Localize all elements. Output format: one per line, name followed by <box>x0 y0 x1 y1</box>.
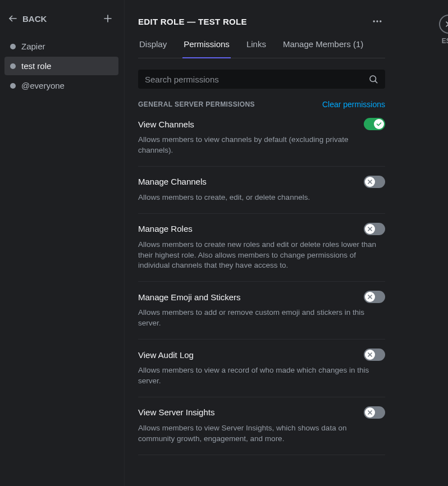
close-button[interactable] <box>439 15 448 34</box>
x-icon <box>367 409 373 416</box>
tab[interactable]: Manage Members (1) <box>282 39 364 58</box>
permission-row: Manage Emoji and Stickers Allows members… <box>138 282 385 340</box>
permission-description: Allows members to create new roles and e… <box>138 240 385 272</box>
search-permissions[interactable] <box>138 70 385 89</box>
permission-toggle[interactable] <box>364 223 385 235</box>
page-title: EDIT ROLE — TEST ROLE <box>138 17 247 26</box>
sidebar-header: BACK <box>4 11 118 37</box>
toggle-knob <box>365 292 375 302</box>
permission-description: Allows members to add or remove custom e… <box>138 308 385 329</box>
permission-toggle[interactable] <box>364 349 385 361</box>
more-button[interactable] <box>369 13 385 29</box>
permission-header: Manage Channels <box>138 176 385 188</box>
permission-description: Allows members to view a record of who m… <box>138 365 385 387</box>
close-panel: ESC <box>410 15 448 45</box>
role-label: Zapier <box>21 42 45 51</box>
role-list: Zapier test role @everyone <box>4 37 118 95</box>
permission-row: Manage Channels Allows members to create… <box>138 167 385 214</box>
toggle-knob <box>365 350 375 360</box>
arrow-left-icon <box>8 13 18 24</box>
tab[interactable]: Permissions <box>182 39 231 58</box>
permission-title: Manage Roles <box>138 224 193 233</box>
right-gutter: ESC <box>399 0 448 486</box>
permission-toggle[interactable] <box>364 118 385 130</box>
role-label: @everyone <box>21 81 65 90</box>
permission-toggle[interactable] <box>364 291 385 303</box>
permissions-list: View Channels Allows members to view cha… <box>138 118 385 455</box>
role-label: test role <box>21 61 51 71</box>
x-icon <box>367 351 373 358</box>
permission-header: Manage Roles <box>138 223 385 235</box>
main-panel: EDIT ROLE — TEST ROLE DisplayPermissions… <box>125 0 399 486</box>
role-color-dot <box>10 44 16 49</box>
permission-toggle[interactable] <box>364 176 385 188</box>
permission-description: Allows members to view channels by defau… <box>138 135 385 156</box>
role-color-dot <box>10 83 16 89</box>
role-color-dot <box>10 63 16 69</box>
x-icon <box>367 294 373 300</box>
toggle-knob <box>374 119 384 129</box>
permission-row: View Audit Log Allows members to view a … <box>138 340 385 397</box>
role-item[interactable]: test role <box>4 57 118 75</box>
x-icon <box>367 226 373 232</box>
permission-description: Allows members to create, edit, or delet… <box>138 192 385 203</box>
back-button[interactable]: BACK <box>8 13 47 24</box>
toggle-knob <box>365 407 375 418</box>
toggle-knob <box>365 224 375 234</box>
esc-label: ESC <box>442 37 448 45</box>
permission-title: View Server Insights <box>138 407 214 417</box>
svg-point-4 <box>376 20 378 22</box>
clear-permissions-link[interactable]: Clear permissions <box>322 100 385 109</box>
tab[interactable]: Display <box>138 39 168 58</box>
permission-title: View Channels <box>138 120 194 129</box>
back-label: BACK <box>22 14 47 24</box>
permission-title: Manage Channels <box>138 177 207 186</box>
role-item[interactable]: Zapier <box>4 37 118 56</box>
permission-description: Allows members to view Server Insights, … <box>138 423 385 444</box>
permission-header: Manage Emoji and Stickers <box>138 291 385 303</box>
permission-title: View Audit Log <box>138 350 194 360</box>
close-icon <box>444 20 448 29</box>
permission-toggle[interactable] <box>364 406 385 419</box>
role-item[interactable]: @everyone <box>4 76 118 95</box>
tabs: DisplayPermissionsLinksManage Members (1… <box>138 39 385 58</box>
plus-icon <box>103 13 113 24</box>
section-header: GENERAL SERVER PERMISSIONS Clear permiss… <box>138 100 385 109</box>
roles-sidebar: BACK Zapier test role @everyone <box>0 0 125 486</box>
permission-row: Manage Roles Allows members to create ne… <box>138 214 385 282</box>
permission-row: View Channels Allows members to view cha… <box>138 118 385 167</box>
add-role-button[interactable] <box>100 11 115 26</box>
search-input[interactable] <box>145 75 368 84</box>
toggle-knob <box>365 177 375 187</box>
check-icon <box>376 121 382 127</box>
tab[interactable]: Links <box>245 39 267 58</box>
dots-horizontal-icon <box>372 16 383 27</box>
permission-header: View Channels <box>138 118 385 130</box>
svg-point-3 <box>373 20 375 22</box>
section-title: GENERAL SERVER PERMISSIONS <box>138 100 255 108</box>
permission-header: View Audit Log <box>138 349 385 361</box>
permission-title: Manage Emoji and Stickers <box>138 292 241 302</box>
main-header: EDIT ROLE — TEST ROLE <box>138 13 385 29</box>
permission-header: View Server Insights <box>138 406 385 419</box>
search-icon <box>368 74 378 84</box>
permission-row: View Server Insights Allows members to v… <box>138 397 385 455</box>
svg-line-7 <box>375 81 377 82</box>
svg-point-5 <box>380 20 381 22</box>
x-icon <box>367 178 373 185</box>
